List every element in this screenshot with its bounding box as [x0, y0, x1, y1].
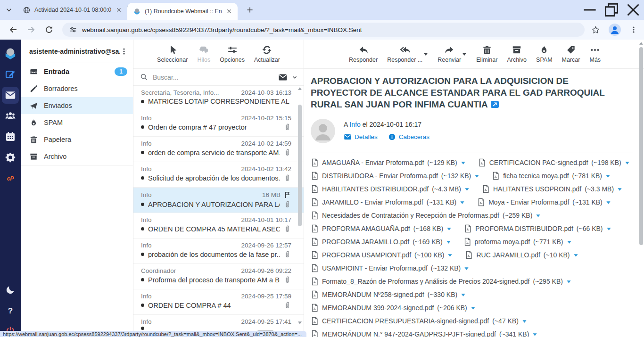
attachment-item[interactable]: USAMPIOINT - Enviar Proforma.pdf (~132 K…	[311, 264, 469, 272]
mail-button-eliminar[interactable]: Eliminar	[476, 45, 497, 63]
browser-menu-icon[interactable]	[629, 25, 638, 34]
scroll-down-icon[interactable]	[297, 321, 302, 325]
calendar-nav[interactable]	[2, 128, 19, 145]
folder-item-spam[interactable]: SPAM	[21, 114, 133, 131]
message-list-item[interactable]: Info 2024-10-02 14:59 orden de compra se…	[133, 137, 304, 162]
scroll-up-icon[interactable]	[297, 87, 302, 90]
search-input[interactable]	[152, 73, 274, 82]
compose-button[interactable]	[2, 66, 19, 83]
message-list-item[interactable]: Secretaria, Tesoreria, Info... 2024-10-0…	[133, 86, 304, 111]
attachment-item[interactable]: proforma moya.pdf (~771 KB)	[463, 238, 572, 246]
list-button-actualizar[interactable]: Actualizar	[254, 45, 280, 63]
folder-item-papelera[interactable]: Papelera	[21, 131, 133, 148]
attachment-menu-caret-icon[interactable]	[567, 239, 572, 245]
attachment-menu-caret-icon[interactable]	[461, 160, 466, 165]
attachment-menu-caret-icon[interactable]	[566, 279, 571, 284]
attachment-menu-caret-icon[interactable]	[474, 173, 479, 179]
open-in-new-window-icon[interactable]	[491, 101, 499, 108]
browser-profile-avatar[interactable]	[609, 24, 621, 36]
attachment-item[interactable]: ficha tecnica moya.pdf (~781 KB)	[492, 172, 611, 180]
cpanel-link[interactable]: cP	[2, 170, 19, 187]
close-button[interactable]	[622, 0, 644, 20]
attachment-item[interactable]: MEMORANDUM 399-2024-signed.pdf (~206 KB)	[311, 304, 476, 312]
site-info-icon[interactable]	[69, 25, 77, 34]
attachment-menu-caret-icon[interactable]	[532, 332, 537, 337]
list-scrollbar[interactable]	[297, 87, 303, 325]
restore-button[interactable]	[601, 0, 622, 20]
message-list-item[interactable]: Info 2024-10-02 15:15 Orden de compra # …	[133, 111, 304, 137]
mail-button-m-s[interactable]: Más	[589, 45, 601, 63]
message-list-item[interactable]: Info 2024-10-02 13:42 Solicitud de aprob…	[133, 162, 304, 188]
attachment-menu-caret-icon[interactable]	[471, 305, 476, 311]
attachment-menu-caret-icon[interactable]	[447, 253, 453, 258]
attachment-item[interactable]: DISTRIBUIDORA - Enviar Proforma.pdf (~13…	[311, 172, 479, 180]
attachment-item[interactable]: PROFORMA JARAMILLO.pdf (~169 KB)	[311, 238, 451, 246]
attachment-item[interactable]: Necesidades de Contratación y Recepción …	[311, 211, 541, 220]
dark-mode-toggle[interactable]	[2, 281, 19, 298]
browser-tab[interactable]: (1) Roundcube Webmail :: Envia	[127, 3, 238, 20]
account-menu-icon[interactable]	[120, 47, 128, 56]
attachment-item[interactable]: CERTIFICACION PRESUPUESTARIA-signed-sign…	[311, 317, 527, 325]
tab-close-icon[interactable]	[225, 8, 233, 15]
forward-button[interactable]	[26, 25, 36, 34]
attachment-item[interactable]: MEMORÁNDUM Nº258-signed.pdf (~330 KB)	[311, 290, 466, 299]
list-button-hilos[interactable]: Hilos	[197, 45, 210, 63]
app-logo[interactable]	[2, 45, 19, 62]
mail-button-marcar[interactable]: Marcar	[562, 45, 580, 63]
attachment-menu-caret-icon[interactable]	[464, 266, 469, 271]
minimize-button[interactable]	[579, 0, 601, 20]
attachment-menu-caret-icon[interactable]	[460, 200, 465, 205]
settings-nav[interactable]	[2, 149, 19, 166]
mail-nav[interactable]	[2, 87, 19, 104]
attachment-item[interactable]: JARAMILLO - Enviar Proforma.pdf (~131 KB…	[311, 198, 465, 206]
reload-button[interactable]	[44, 25, 54, 34]
details-button[interactable]: Detalles	[344, 133, 378, 141]
attachment-menu-caret-icon[interactable]	[606, 226, 611, 231]
list-button-opciones[interactable]: Opciones	[220, 45, 245, 63]
help-button[interactable]: ?	[2, 302, 19, 319]
message-list-item[interactable]: Info 16 MB APROBACION Y AUTORIZACION PAR…	[133, 188, 304, 213]
flag-icon[interactable]	[283, 191, 291, 199]
bookmark-star-icon[interactable]	[591, 25, 600, 34]
message-list-item[interactable]: Info 2024-10-01 10:17 ORDEN DE COMPRA 45…	[133, 213, 304, 238]
attachment-menu-caret-icon[interactable]	[606, 200, 611, 205]
attachment-item[interactable]: PROFORMA USAMPIONT.pdf (~100 KB)	[311, 251, 453, 259]
contacts-nav[interactable]	[2, 107, 19, 124]
url-text[interactable]: webmail.sanjuan.gob.ec/cpsess8592294337/…	[82, 26, 362, 33]
attachment-item[interactable]: Formato_8_Razón de Proformas y Análisis …	[311, 277, 571, 286]
search-options-chevron-icon[interactable]	[291, 74, 298, 81]
message-list-item[interactable]: Info 2024-09-26 12:57 probación de los d…	[133, 238, 304, 264]
attachment-item[interactable]: MEMORÁNDUM N.° 947-2024-GADPRSJ-PJFT-sig…	[311, 330, 537, 337]
message-list-item[interactable]: Info 2024-09-25 17:59 ORDEN DE COMPRA # …	[133, 289, 304, 315]
message-list-item[interactable]: Coordinador 2024-09-26 09:22 Proforma de…	[133, 264, 304, 289]
browser-tab[interactable]: Actividad 2024-10-01 08:00:00	[17, 0, 127, 20]
view-scrollbar[interactable]	[638, 41, 644, 337]
attachment-menu-caret-icon[interactable]	[625, 160, 630, 165]
attachment-menu-caret-icon[interactable]	[446, 239, 451, 245]
attachment-item[interactable]: HABILITANTES DISTRIBUIDOR.pdf (~4.3 MB)	[311, 185, 470, 193]
attachment-menu-caret-icon[interactable]	[464, 187, 470, 192]
attachment-menu-caret-icon[interactable]	[446, 226, 452, 231]
folder-item-entrada[interactable]: Entrada 1	[21, 63, 133, 80]
attachment-item[interactable]: HALITANTES USOPROIN.pdf (~3.3 MB)	[482, 185, 622, 193]
attachment-item[interactable]: Moya - Enviar Proforma.pdf (~131 KB)	[477, 198, 611, 206]
attachment-item[interactable]: RUC JARAMILLO.pdf (~10 KB)	[465, 251, 578, 259]
scroll-up-icon[interactable]	[639, 41, 644, 45]
attachment-item[interactable]: PROFORMA DISTRIBUIDOR.pdf (~66 KB)	[464, 224, 611, 233]
mail-button-reenviar[interactable]: Reenviar	[438, 45, 467, 63]
tab-organize-chevron-icon[interactable]	[5, 6, 13, 14]
attachment-item[interactable]: PROFORMA AMAGUAÑA.pdf (~168 KB)	[311, 224, 452, 233]
tab-close-icon[interactable]	[115, 6, 123, 14]
dropdown-caret-icon[interactable]	[423, 52, 428, 57]
attachment-menu-caret-icon[interactable]	[461, 292, 466, 297]
attachment-menu-caret-icon[interactable]	[605, 173, 611, 179]
headers-button[interactable]: Cabeceras	[388, 133, 429, 141]
mail-button-spam[interactable]: SPAM	[536, 45, 553, 63]
back-button[interactable]	[8, 25, 18, 34]
folder-item-archivo[interactable]: Archivo	[21, 148, 133, 165]
new-tab-button[interactable]	[246, 6, 254, 14]
attachment-menu-caret-icon[interactable]	[617, 187, 622, 192]
attachment-menu-caret-icon[interactable]	[573, 253, 578, 258]
mail-button-archivo[interactable]: Archivo	[507, 45, 527, 63]
mail-button-responder[interactable]: Responder ...	[387, 45, 428, 63]
